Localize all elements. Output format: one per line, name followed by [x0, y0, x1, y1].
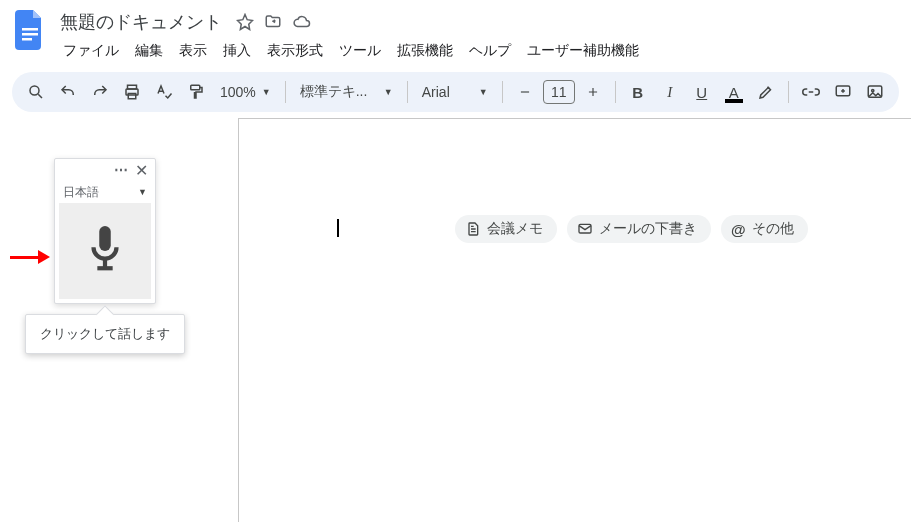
voice-language-label: 日本語: [63, 184, 99, 201]
highlight-color-button[interactable]: [752, 78, 780, 106]
chip-label: 会議メモ: [487, 220, 543, 238]
svg-rect-11: [579, 224, 591, 233]
svg-point-10: [871, 89, 873, 91]
voice-language-dropdown[interactable]: 日本語 ▼: [55, 181, 155, 203]
svg-rect-0: [22, 28, 38, 31]
italic-button[interactable]: I: [656, 78, 684, 106]
paint-format-icon[interactable]: [182, 78, 210, 106]
font-size-input[interactable]: 11: [543, 80, 575, 104]
chip-email-draft[interactable]: メールの下書き: [567, 215, 711, 243]
svg-rect-12: [99, 226, 111, 251]
menu-view[interactable]: 表示: [172, 38, 214, 64]
cloud-saved-icon[interactable]: [292, 13, 312, 31]
document-icon: [465, 221, 481, 237]
font-label: Arial: [422, 84, 450, 100]
menu-help[interactable]: ヘルプ: [462, 38, 518, 64]
chip-label: その他: [752, 220, 794, 238]
decrease-font-size-button[interactable]: [511, 78, 539, 106]
svg-rect-1: [22, 33, 38, 36]
svg-point-3: [30, 86, 39, 95]
menu-file[interactable]: ファイル: [56, 38, 126, 64]
add-comment-button[interactable]: [829, 78, 857, 106]
menu-tools[interactable]: ツール: [332, 38, 388, 64]
bold-button[interactable]: B: [624, 78, 652, 106]
microphone-button[interactable]: [59, 203, 151, 299]
insert-link-button[interactable]: [797, 78, 825, 106]
print-icon[interactable]: [118, 78, 146, 106]
menu-edit[interactable]: 編集: [128, 38, 170, 64]
toolbar: 100% ▼ 標準テキ... ▼ Arial ▼ 11 B I U A: [12, 72, 899, 112]
annotation-arrow: [10, 250, 50, 264]
chevron-down-icon: ▼: [384, 87, 393, 97]
font-dropdown[interactable]: Arial ▼: [416, 78, 494, 106]
voice-typing-widget[interactable]: ⋯ ✕ 日本語 ▼: [54, 158, 156, 304]
chevron-down-icon: ▼: [262, 87, 271, 97]
separator: [502, 81, 503, 103]
style-label: 標準テキ...: [300, 83, 368, 101]
menubar: ファイル 編集 表示 挿入 表示形式 ツール 拡張機能 ヘルプ ユーザー補助機能: [56, 38, 646, 64]
chevron-down-icon: ▼: [138, 187, 147, 197]
text-color-button[interactable]: A: [720, 78, 748, 106]
at-icon: @: [731, 221, 746, 238]
voice-tooltip: クリックして話します: [25, 314, 185, 354]
increase-font-size-button[interactable]: [579, 78, 607, 106]
zoom-dropdown[interactable]: 100% ▼: [214, 78, 277, 106]
microphone-icon: [82, 222, 128, 280]
mail-reply-icon: [577, 221, 593, 237]
separator: [407, 81, 408, 103]
chevron-down-icon: ▼: [479, 87, 488, 97]
menu-extensions[interactable]: 拡張機能: [390, 38, 460, 64]
chip-other[interactable]: @ その他: [721, 215, 808, 243]
search-icon[interactable]: [22, 78, 50, 106]
close-icon[interactable]: ✕: [135, 161, 149, 180]
insert-image-button[interactable]: [861, 78, 889, 106]
separator: [285, 81, 286, 103]
chip-label: メールの下書き: [599, 220, 697, 238]
svg-rect-7: [191, 85, 200, 90]
underline-button[interactable]: U: [688, 78, 716, 106]
svg-rect-2: [22, 38, 32, 41]
docs-logo[interactable]: [12, 12, 48, 48]
undo-icon[interactable]: [54, 78, 82, 106]
zoom-value: 100%: [220, 84, 256, 100]
menu-accessibility[interactable]: ユーザー補助機能: [520, 38, 646, 64]
chip-meeting-notes[interactable]: 会議メモ: [455, 215, 557, 243]
star-icon[interactable]: [236, 13, 254, 31]
text-cursor: [337, 219, 339, 237]
document-title[interactable]: 無題のドキュメント: [56, 8, 226, 36]
document-canvas[interactable]: 会議メモ メールの下書き @ その他: [238, 118, 911, 522]
more-options-icon[interactable]: ⋯: [114, 162, 129, 178]
menu-format[interactable]: 表示形式: [260, 38, 330, 64]
spellcheck-icon[interactable]: [150, 78, 178, 106]
folder-move-icon[interactable]: [264, 13, 282, 31]
separator: [788, 81, 789, 103]
redo-icon[interactable]: [86, 78, 114, 106]
separator: [615, 81, 616, 103]
paragraph-style-dropdown[interactable]: 標準テキ... ▼: [294, 78, 399, 106]
menu-insert[interactable]: 挿入: [216, 38, 258, 64]
